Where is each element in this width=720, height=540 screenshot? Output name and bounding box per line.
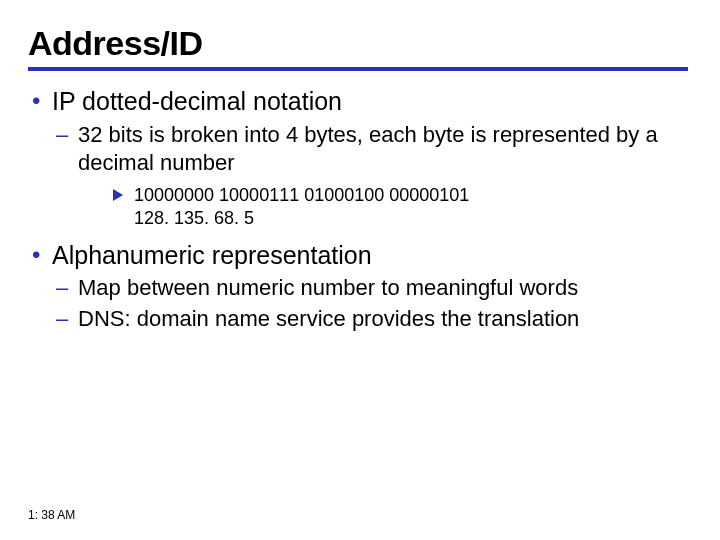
slide-title: Address/ID (28, 24, 692, 63)
arrow-text-binary: 10000000 10000111 01000100 00000101 (134, 184, 692, 207)
bullet-l1-text: Alphanumeric representation (52, 241, 372, 269)
bullet-l2: 32 bits is broken into 4 bytes, each byt… (52, 121, 692, 231)
bullet-l1: IP dotted-decimal notation 32 bits is br… (28, 85, 692, 231)
sub-list: 32 bits is broken into 4 bytes, each byt… (52, 121, 692, 231)
arrow-block: 10000000 10000111 01000100 00000101 128.… (112, 184, 692, 231)
bullet-l2: DNS: domain name service provides the tr… (52, 305, 692, 334)
slide: Address/ID IP dotted-decimal notation 32… (0, 0, 720, 334)
arrow-right-icon (112, 188, 126, 202)
bullet-list: IP dotted-decimal notation 32 bits is br… (28, 85, 692, 334)
bullet-l1-text: IP dotted-decimal notation (52, 87, 342, 115)
timestamp: 1: 38 AM (28, 508, 75, 522)
svg-marker-0 (113, 189, 123, 201)
arrow-text-decimal: 128. 135. 68. 5 (134, 207, 692, 230)
bullet-l2-text: 32 bits is broken into 4 bytes, each byt… (78, 122, 658, 176)
sub-list: Map between numeric number to meaningful… (52, 274, 692, 333)
arrow-line: 10000000 10000111 01000100 00000101 (112, 184, 692, 207)
bullet-l2-text: Map between numeric number to meaningful… (78, 275, 578, 300)
bullet-l1: Alphanumeric representation Map between … (28, 239, 692, 334)
bullet-l2: Map between numeric number to meaningful… (52, 274, 692, 303)
title-underline (28, 67, 688, 71)
bullet-l2-text: DNS: domain name service provides the tr… (78, 306, 579, 331)
